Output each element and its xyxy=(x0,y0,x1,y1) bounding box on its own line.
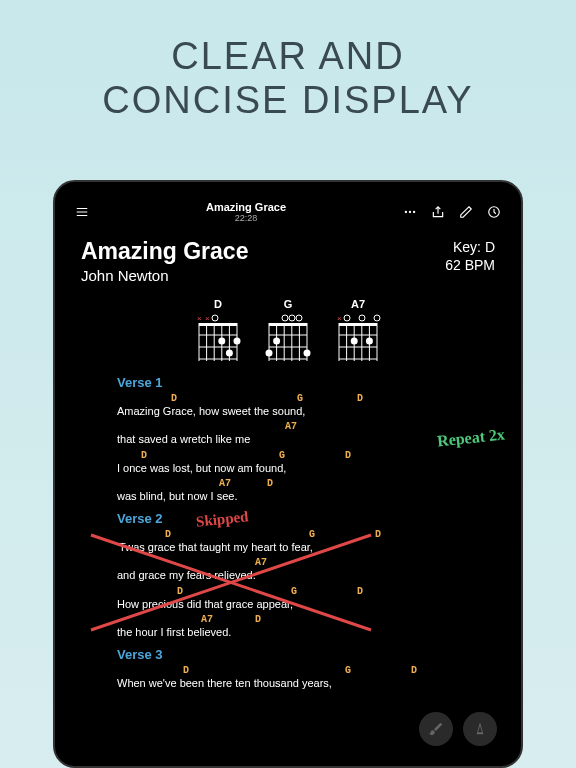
chord-g-label: G xyxy=(265,298,311,310)
lyric-row: 'Twas grace that taught my heart to fear… xyxy=(117,540,475,554)
svg-point-22 xyxy=(226,350,233,357)
verse1-title: Verse 1 xyxy=(117,375,475,390)
headline-line1: CLEAR AND xyxy=(20,35,556,79)
lyric-row: Amazing Grace, how sweet the sound, xyxy=(117,404,475,418)
song-bpm: 62 BPM xyxy=(445,256,495,274)
svg-rect-10 xyxy=(199,323,237,326)
svg-point-23 xyxy=(282,315,288,321)
app-bar-title: Amazing Grace xyxy=(89,201,403,213)
app-bar-title-group: Amazing Grace 22:28 xyxy=(89,201,403,223)
svg-point-25 xyxy=(296,315,302,321)
tablet-device-frame: Amazing Grace 22:28 xyxy=(53,180,523,768)
svg-point-24 xyxy=(289,315,295,321)
svg-point-4 xyxy=(409,211,411,213)
chords-row: A7 xyxy=(117,558,475,568)
svg-point-41 xyxy=(359,315,365,321)
metronome-button[interactable] xyxy=(463,712,497,746)
svg-rect-43 xyxy=(339,323,377,326)
lyrics-body[interactable]: Verse 1 D G D Amazing Grace, how sweet t… xyxy=(81,375,495,691)
chord-d-label: D xyxy=(195,298,241,310)
song-meta: Key: D 62 BPM xyxy=(445,238,495,274)
lyric-row: How precious did that grace appear, xyxy=(117,597,475,611)
chords-row: D G D xyxy=(117,587,475,597)
svg-text:×: × xyxy=(205,314,210,323)
tablet-screen: Amazing Grace 22:28 xyxy=(65,192,511,756)
svg-text:×: × xyxy=(337,314,342,323)
lyric-row: and grace my fears relieved. xyxy=(117,568,475,582)
chord-a7: A7 × xyxy=(335,298,381,363)
svg-point-20 xyxy=(218,338,225,345)
svg-point-36 xyxy=(273,338,280,345)
chord-d: D ×× xyxy=(195,298,241,363)
lyric-row: that saved a wretch like me xyxy=(117,432,475,446)
verse3-title: Verse 3 xyxy=(117,647,475,662)
chords-row: A7 D xyxy=(117,479,475,489)
share-icon[interactable] xyxy=(431,205,445,219)
svg-point-37 xyxy=(266,350,273,357)
app-bar-subtitle: 22:28 xyxy=(89,213,403,223)
song-author: John Newton xyxy=(81,267,248,284)
chords-row: D G D xyxy=(117,451,475,461)
brush-button[interactable] xyxy=(419,712,453,746)
more-icon[interactable] xyxy=(403,205,417,219)
chords-row: A7 D xyxy=(117,615,475,625)
lyric-row: When we've been there ten thousand years… xyxy=(117,676,475,690)
chords-row: A7 xyxy=(117,422,475,432)
headline-line2: CONCISE DISPLAY xyxy=(20,79,556,123)
lyric-row: was blind, but now I see. xyxy=(117,489,475,503)
song-key: Key: D xyxy=(445,238,495,256)
chords-row: D G D xyxy=(117,530,475,540)
svg-point-42 xyxy=(374,315,380,321)
svg-point-21 xyxy=(234,338,241,345)
song-content: Amazing Grace John Newton Key: D 62 BPM … xyxy=(65,232,511,697)
svg-text:×: × xyxy=(197,314,202,323)
chord-a7-label: A7 xyxy=(335,298,381,310)
chords-row: D G D xyxy=(117,666,475,676)
svg-point-5 xyxy=(413,211,415,213)
svg-point-54 xyxy=(366,338,373,345)
svg-point-40 xyxy=(344,315,350,321)
svg-rect-26 xyxy=(269,323,307,326)
svg-point-38 xyxy=(304,350,311,357)
svg-point-3 xyxy=(405,211,407,213)
chords-row: D G D xyxy=(117,394,475,404)
chord-diagrams: D ×× G xyxy=(81,298,495,363)
menu-icon[interactable] xyxy=(75,205,89,219)
verse2-title: Verse 2 xyxy=(117,511,475,526)
clock-icon[interactable] xyxy=(487,205,501,219)
song-title: Amazing Grace xyxy=(81,238,248,265)
marketing-headline: CLEAR AND CONCISE DISPLAY xyxy=(0,0,576,152)
app-bar: Amazing Grace 22:28 xyxy=(65,192,511,232)
lyric-row: the hour I first believed. xyxy=(117,625,475,639)
lyric-row: I once was lost, but now am found, xyxy=(117,461,475,475)
edit-icon[interactable] xyxy=(459,205,473,219)
svg-point-53 xyxy=(351,338,358,345)
svg-point-9 xyxy=(212,315,218,321)
chord-g: G xyxy=(265,298,311,363)
